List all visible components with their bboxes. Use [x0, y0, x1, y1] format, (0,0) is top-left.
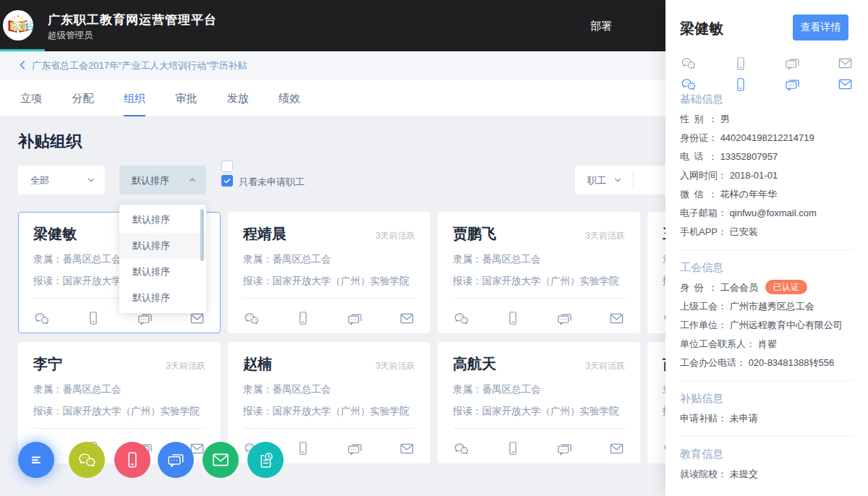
section-title: 工会信息: [680, 261, 854, 275]
employee-name: 程靖晨: [243, 224, 286, 244]
mail-icon[interactable]: [399, 440, 415, 457]
phone-icon[interactable]: [505, 440, 521, 456]
phone-icon[interactable]: [295, 440, 311, 456]
employee-activity: 3天前活跃: [166, 360, 205, 372]
empty-checkbox[interactable]: [221, 161, 233, 172]
sort-menu-item[interactable]: 默认排序: [119, 207, 206, 233]
employee-card[interactable]: 贾鹏飞 3天前活跃 隶属：番禺区总工会 报读：国家开放大学（广州）实验学院: [438, 212, 640, 333]
tab-label: 分配: [72, 92, 93, 104]
wechat-icon[interactable]: [453, 310, 469, 327]
divider: [453, 298, 625, 299]
sms-icon[interactable]: [784, 76, 801, 93]
phone-icon[interactable]: [733, 56, 749, 72]
wechat-icon[interactable]: [453, 440, 469, 457]
wechat-icon[interactable]: [33, 310, 50, 327]
detail-value: 13352807957: [720, 151, 778, 162]
employee-enrollment: 报读：国家开放大学（广州）实验学院: [243, 405, 409, 418]
section-subsidy-info: 补贴信息 申请补贴 未申请: [680, 381, 854, 437]
employee-card[interactable]: 高航天 3天前活跃 隶属：番禺区总工会 报读：国家开放大学（广州）实验学院: [438, 342, 640, 463]
detail-row: 上级工会 广州市越秀区总工会: [680, 297, 854, 316]
section-education-info: 教育信息 就读院校 未提交: [680, 437, 854, 492]
sort-menu-item[interactable]: 默认排序: [119, 259, 206, 285]
employee-activity: 3天前活跃: [585, 360, 625, 372]
divider: [453, 428, 625, 429]
employee-name: 梁健敏: [33, 224, 77, 244]
sms-icon[interactable]: [346, 310, 363, 327]
sort-menu-item[interactable]: 默认排序: [119, 233, 206, 259]
header-nav-item[interactable]: 部署: [579, 0, 624, 51]
tab-item[interactable]: 立项: [20, 80, 42, 116]
sort-select[interactable]: 默认排序: [119, 166, 206, 194]
mail-icon[interactable]: [837, 76, 854, 93]
tab-label: 审批: [175, 92, 197, 104]
breadcrumb-text: 广东省总工会2017年“产业工人大培训行动”学历补贴: [32, 59, 247, 72]
detail-label: 工作单位: [680, 320, 727, 330]
mail-icon[interactable]: [608, 310, 625, 327]
employee-affiliation: 隶属：番禺区总工会: [453, 253, 541, 266]
menu-icon: [27, 451, 45, 469]
employee-affiliation: 隶属：番禺区总工会: [243, 383, 331, 396]
sms-icon[interactable]: [556, 310, 573, 327]
phone-icon[interactable]: [505, 310, 521, 326]
mail-icon[interactable]: [399, 310, 415, 327]
phone-icon[interactable]: [733, 77, 749, 93]
wechat-icon[interactable]: [680, 55, 697, 72]
sms-fab-button[interactable]: [158, 442, 194, 478]
sort-menu-item[interactable]: 默认排序: [119, 285, 206, 311]
detail-row: 申请补贴 未申请: [680, 409, 854, 428]
contact-actions: [243, 305, 415, 331]
phone-fab-button[interactable]: [114, 442, 150, 478]
phone-icon[interactable]: [85, 310, 101, 326]
employee-enrollment: 报读：国家开放大学（广州）实验学院: [33, 405, 200, 418]
detail-row: 身份 工会会员已认证: [680, 278, 854, 297]
mail-fab-button[interactable]: [203, 442, 239, 478]
wechat-icon[interactable]: [243, 310, 260, 327]
tab-item[interactable]: 绩效: [278, 80, 300, 116]
detail-value: 2018-01-01: [730, 170, 778, 181]
check-icon: [223, 176, 231, 185]
sms-icon[interactable]: [346, 440, 363, 457]
tab-item[interactable]: 分配: [72, 80, 93, 116]
section-union-info: 工会信息 身份 工会会员已认证 上级工会 广州市越秀区总工会 工作单位 广州远程…: [680, 250, 854, 381]
contact-actions-disabled: [680, 55, 854, 72]
sms-icon[interactable]: [556, 440, 573, 457]
chevron-down-icon: [86, 175, 96, 185]
back-chevron-icon[interactable]: [16, 59, 29, 72]
employee-card[interactable]: 李宁 3天前活跃 隶属：番禺区总工会 报读：国家开放大学（广州）实验学院: [18, 342, 221, 463]
detail-row: 就读院校 未提交: [680, 465, 854, 484]
section-title: 教育信息: [680, 448, 854, 461]
tab-item[interactable]: 组织: [124, 80, 145, 116]
header-nav-label: 部署: [590, 20, 612, 32]
contact-actions-enabled: [680, 76, 854, 93]
section-title: 基础信息: [680, 93, 854, 106]
detail-sections: 基础信息 性别 男 身份证 440204198212214719 电话 1335…: [680, 93, 854, 492]
scrollbar-thumb[interactable]: [200, 209, 204, 261]
header-nav-item[interactable]: 教育: [0, 0, 45, 51]
phone-icon: [123, 450, 142, 469]
report-fab-button[interactable]: [247, 442, 284, 478]
tab-item[interactable]: 审批: [175, 80, 197, 116]
detail-label: 就读院校: [680, 469, 727, 479]
phone-icon[interactable]: [295, 310, 311, 326]
detail-panel-name: 梁健敏: [680, 19, 723, 38]
sort-menu-item-label: 默认排序: [132, 240, 170, 251]
employee-card[interactable]: 程靖晨 3天前活跃 隶属：番禺区总工会 报读：国家开放大学（广州）实验学院: [228, 212, 430, 333]
mail-icon[interactable]: [608, 440, 625, 457]
wechat-fab-button[interactable]: [69, 442, 105, 478]
view-details-button[interactable]: 查看详情: [793, 14, 848, 40]
menu-fab-button[interactable]: [18, 442, 54, 478]
tab-label: 绩效: [278, 92, 300, 104]
detail-label: 上级工会: [680, 301, 727, 312]
detail-value: 男: [720, 114, 730, 124]
mail-icon[interactable]: [837, 55, 854, 72]
category-select[interactable]: 全部: [18, 166, 105, 194]
tab-item[interactable]: 发放: [227, 80, 249, 116]
wechat-icon[interactable]: [680, 76, 697, 93]
employee-name: 贾鹏飞: [453, 224, 496, 244]
sms-icon[interactable]: [784, 55, 801, 72]
employee-activity: 3天前活跃: [585, 230, 625, 242]
detail-row: 单位工会联系人 肖翟: [680, 335, 854, 354]
unapplied-only-checkbox[interactable]: [221, 175, 233, 187]
employee-activity: 3天前活跃: [375, 360, 415, 372]
detail-label: 手机APP: [680, 226, 727, 237]
